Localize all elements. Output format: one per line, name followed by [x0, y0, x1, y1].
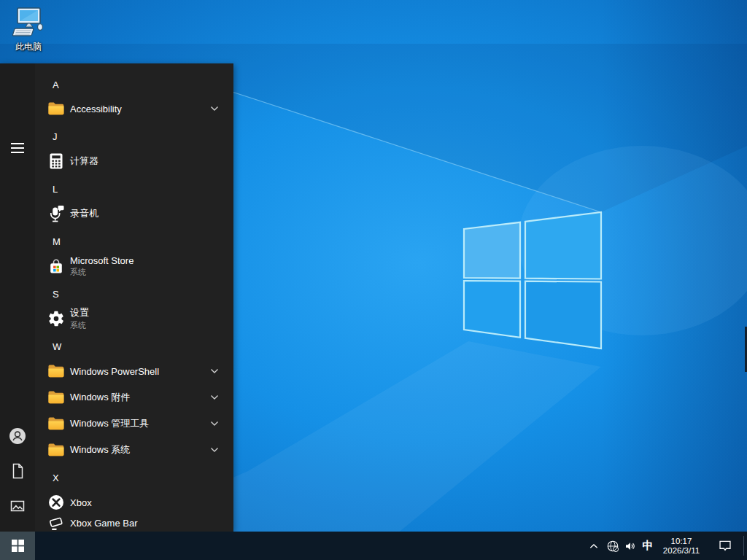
section-header-X[interactable]: X: [0, 464, 233, 491]
section-letter: L: [53, 184, 58, 195]
volume-icon: [624, 540, 637, 553]
menu-item-microsoft-store[interactable]: Microsoft Store 系统: [0, 250, 233, 282]
section-letter: X: [53, 472, 59, 483]
menu-item-label: 录音机: [70, 207, 98, 220]
menu-item-label: 设置: [70, 306, 89, 319]
menu-item-label: Xbox: [70, 497, 92, 508]
menu-item-voice-recorder[interactable]: 录音机: [0, 201, 233, 227]
menu-item-settings[interactable]: 设置 系统: [0, 303, 233, 335]
chevron-down-icon[interactable]: [210, 106, 219, 112]
xbox-game-bar-icon: [47, 513, 66, 532]
clock-time: 10:17: [671, 537, 692, 546]
menu-item-sublabel: 系统: [70, 320, 89, 331]
voice-recorder-icon: [47, 204, 66, 223]
tray-expand-button[interactable]: [585, 532, 603, 560]
ime-indicator[interactable]: 中: [639, 532, 657, 560]
section-letter: A: [53, 79, 59, 90]
calculator-icon: [47, 152, 66, 171]
action-center-button[interactable]: [709, 532, 741, 560]
folder-icon: [47, 388, 66, 407]
action-center-icon: [718, 540, 732, 553]
settings-gear-icon: [47, 309, 66, 328]
menu-item-label: Windows 系统: [70, 443, 130, 456]
desktop-icon-this-pc[interactable]: 此电脑: [6, 4, 51, 53]
menu-item-windows-system[interactable]: Windows 系统: [0, 437, 233, 463]
menu-item-calculator[interactable]: 计算器: [0, 148, 233, 174]
section-header-J[interactable]: J: [0, 123, 233, 149]
start-button[interactable]: [0, 532, 35, 560]
menu-item-label: Accessibility: [70, 104, 122, 114]
section-letter: S: [53, 289, 59, 300]
menu-item-label: Windows PowerShell: [70, 366, 159, 377]
menu-item-windows-powershell[interactable]: Windows PowerShell: [0, 358, 233, 384]
menu-item-label: Windows 附件: [70, 391, 130, 404]
tray-expand-chevron-icon: [588, 540, 600, 552]
clock-date: 2026/3/11: [663, 546, 700, 556]
section-header-L[interactable]: L: [0, 176, 233, 202]
menu-item-xbox-game-bar[interactable]: Xbox Game Bar: [0, 510, 233, 532]
taskbar-clock[interactable]: 10:17 2026/3/11: [658, 532, 705, 560]
menu-item-accessibility[interactable]: Accessibility: [0, 96, 233, 122]
folder-icon: [47, 362, 66, 381]
microsoft-store-icon: [47, 257, 66, 276]
show-desktop-button[interactable]: [744, 532, 747, 560]
volume-button[interactable]: [622, 532, 639, 560]
chevron-down-icon[interactable]: [210, 447, 219, 453]
chevron-down-icon[interactable]: [210, 421, 219, 427]
chevron-down-icon[interactable]: [210, 394, 219, 400]
folder-icon: [47, 414, 66, 433]
section-letter: M: [53, 236, 61, 247]
chevron-down-icon[interactable]: [210, 368, 219, 374]
section-letter: W: [53, 341, 61, 352]
network-globe-no-internet-icon: [606, 540, 619, 553]
ime-label: 中: [643, 539, 654, 553]
windows-start-icon: [12, 540, 24, 552]
section-letter: J: [53, 131, 58, 142]
menu-item-label: Xbox Game Bar: [70, 518, 138, 529]
start-menu: A Accessibility J: [0, 63, 233, 532]
taskbar: 中 10:17 2026/3/11: [0, 532, 747, 560]
section-header-W[interactable]: W: [0, 333, 233, 359]
folder-icon: [47, 440, 66, 459]
folder-icon: [47, 99, 66, 118]
this-pc-label: 此电脑: [15, 41, 42, 53]
menu-item-label: 计算器: [70, 155, 98, 168]
menu-item-windows-admin-tools[interactable]: Windows 管理工具: [0, 411, 233, 437]
network-status-button[interactable]: [604, 532, 622, 560]
menu-item-label: Windows 管理工具: [70, 417, 149, 430]
menu-item-windows-accessories[interactable]: Windows 附件: [0, 384, 233, 411]
menu-item-sublabel: 系统: [70, 267, 133, 278]
section-header-A[interactable]: A: [0, 71, 233, 98]
menu-item-label: Microsoft Store: [70, 255, 133, 266]
this-pc-icon: [11, 4, 46, 39]
